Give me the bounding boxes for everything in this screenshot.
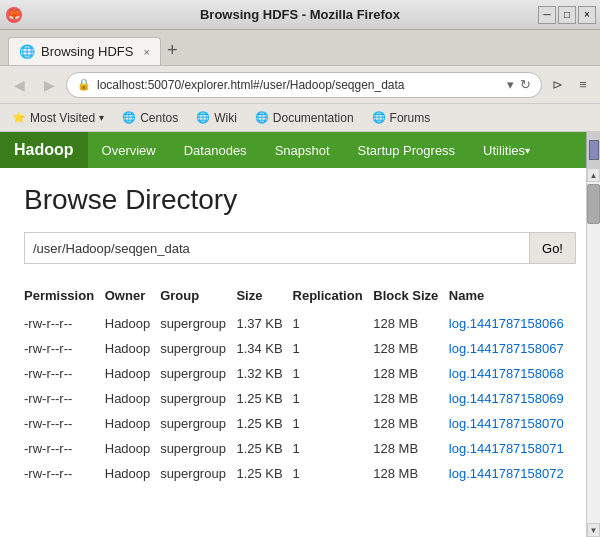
nav-datanodes[interactable]: Datanodes xyxy=(170,132,261,168)
url-display: localhost:50070/explorer.html#/user/Hado… xyxy=(97,78,501,92)
cell-size: 1.37 KB xyxy=(236,311,292,336)
tab-close-button[interactable]: × xyxy=(143,46,149,58)
cell-name[interactable]: log.1441787158071 xyxy=(449,436,576,461)
cell-permission: -rw-r--r-- xyxy=(24,411,105,436)
cell-block-size: 128 MB xyxy=(373,411,449,436)
cell-name[interactable]: log.1441787158067 xyxy=(449,336,576,361)
cell-block-size: 128 MB xyxy=(373,436,449,461)
most-visited-arrow: ▾ xyxy=(99,112,104,123)
go-button[interactable]: Go! xyxy=(529,233,575,263)
file-link[interactable]: log.1441787158067 xyxy=(449,341,564,356)
cell-permission: -rw-r--r-- xyxy=(24,436,105,461)
forward-button[interactable]: ▶ xyxy=(36,72,62,98)
centos-icon: 🌐 xyxy=(122,111,136,124)
expand-button[interactable]: ⊳ xyxy=(546,74,568,96)
bookmark-wiki[interactable]: 🌐 Wiki xyxy=(188,109,245,127)
scroll-down-arrow[interactable]: ▼ xyxy=(587,523,600,537)
cell-size: 1.25 KB xyxy=(236,411,292,436)
cell-replication: 1 xyxy=(293,436,374,461)
table-row: -rw-r--r-- Hadoop supergroup 1.25 KB 1 1… xyxy=(24,386,576,411)
forums-icon: 🌐 xyxy=(372,111,386,124)
cell-block-size: 128 MB xyxy=(373,386,449,411)
cell-size: 1.25 KB xyxy=(236,436,292,461)
col-block-size: Block Size xyxy=(373,284,449,311)
file-link[interactable]: log.1441787158070 xyxy=(449,416,564,431)
cell-permission: -rw-r--r-- xyxy=(24,386,105,411)
cell-name[interactable]: log.1441787158068 xyxy=(449,361,576,386)
scroll-thumb[interactable] xyxy=(587,184,600,224)
address-bar[interactable]: 🔒 localhost:50070/explorer.html#/user/Ha… xyxy=(66,72,542,98)
menu-button[interactable]: ≡ xyxy=(572,74,594,96)
nav-snapshot[interactable]: Snapshot xyxy=(261,132,344,168)
bookmark-centos[interactable]: 🌐 Centos xyxy=(114,109,186,127)
file-link[interactable]: log.1441787158068 xyxy=(449,366,564,381)
cell-replication: 1 xyxy=(293,311,374,336)
cell-block-size: 128 MB xyxy=(373,361,449,386)
close-window-button[interactable]: × xyxy=(578,6,596,24)
new-tab-button[interactable]: + xyxy=(167,40,178,65)
cell-replication: 1 xyxy=(293,386,374,411)
dropdown-arrow[interactable]: ▾ xyxy=(507,77,514,92)
page-content: Hadoop Overview Datanodes Snapshot Start… xyxy=(0,132,600,537)
file-link[interactable]: log.1441787158069 xyxy=(449,391,564,406)
cell-group: supergroup xyxy=(160,336,236,361)
documentation-icon: 🌐 xyxy=(255,111,269,124)
table-row: -rw-r--r-- Hadoop supergroup 1.37 KB 1 1… xyxy=(24,311,576,336)
bookmark-wiki-label: Wiki xyxy=(214,111,237,125)
path-bar: Go! xyxy=(24,232,576,264)
cell-name[interactable]: log.1441787158066 xyxy=(449,311,576,336)
tab-bar: 🌐 Browsing HDFS × + xyxy=(0,30,600,66)
bookmark-forums[interactable]: 🌐 Forums xyxy=(364,109,439,127)
bookmark-documentation-label: Documentation xyxy=(273,111,354,125)
minimize-button[interactable]: ─ xyxy=(538,6,556,24)
col-name: Name xyxy=(449,284,576,311)
file-link[interactable]: log.1441787158072 xyxy=(449,466,564,481)
col-group: Group xyxy=(160,284,236,311)
cell-replication: 1 xyxy=(293,461,374,486)
cell-block-size: 128 MB xyxy=(373,311,449,336)
cell-name[interactable]: log.1441787158069 xyxy=(449,386,576,411)
col-replication: Replication xyxy=(293,284,374,311)
tab-favicon: 🌐 xyxy=(19,44,35,59)
nav-scrollbar xyxy=(586,132,600,168)
most-visited-icon: ⭐ xyxy=(12,111,26,124)
cell-permission: -rw-r--r-- xyxy=(24,361,105,386)
maximize-button[interactable]: □ xyxy=(558,6,576,24)
path-input[interactable] xyxy=(25,233,529,263)
cell-owner: Hadoop xyxy=(105,461,160,486)
firefox-icon: 🦊 xyxy=(6,7,22,23)
cell-name[interactable]: log.1441787158072 xyxy=(449,461,576,486)
scroll-up-arrow[interactable]: ▲ xyxy=(587,168,600,182)
cell-group: supergroup xyxy=(160,311,236,336)
page-title: Browse Directory xyxy=(24,184,576,216)
bookmark-documentation[interactable]: 🌐 Documentation xyxy=(247,109,362,127)
table-row: -rw-r--r-- Hadoop supergroup 1.25 KB 1 1… xyxy=(24,411,576,436)
cell-permission: -rw-r--r-- xyxy=(24,311,105,336)
cell-permission: -rw-r--r-- xyxy=(24,461,105,486)
hadoop-nav-items: Overview Datanodes Snapshot Startup Prog… xyxy=(88,132,600,168)
tab-label: Browsing HDFS xyxy=(41,44,133,59)
file-link[interactable]: log.1441787158066 xyxy=(449,316,564,331)
cell-owner: Hadoop xyxy=(105,336,160,361)
cell-size: 1.34 KB xyxy=(236,336,292,361)
bookmark-centos-label: Centos xyxy=(140,111,178,125)
hadoop-logo: Hadoop xyxy=(0,132,88,168)
back-button[interactable]: ◀ xyxy=(6,72,32,98)
cell-name[interactable]: log.1441787158070 xyxy=(449,411,576,436)
cell-size: 1.25 KB xyxy=(236,461,292,486)
table-row: -rw-r--r-- Hadoop supergroup 1.32 KB 1 1… xyxy=(24,361,576,386)
table-row: -rw-r--r-- Hadoop supergroup 1.25 KB 1 1… xyxy=(24,436,576,461)
file-link[interactable]: log.1441787158071 xyxy=(449,441,564,456)
window-controls: ─ □ × xyxy=(538,6,596,24)
cell-group: supergroup xyxy=(160,461,236,486)
nav-utilities[interactable]: Utilities xyxy=(469,132,544,168)
nav-startup-progress[interactable]: Startup Progress xyxy=(344,132,470,168)
bookmark-most-visited[interactable]: ⭐ Most Visited ▾ xyxy=(4,109,112,127)
cell-owner: Hadoop xyxy=(105,411,160,436)
nav-overview[interactable]: Overview xyxy=(88,132,170,168)
bookmark-forums-label: Forums xyxy=(390,111,431,125)
cell-block-size: 128 MB xyxy=(373,461,449,486)
active-tab[interactable]: 🌐 Browsing HDFS × xyxy=(8,37,161,65)
refresh-button[interactable]: ↻ xyxy=(520,77,531,92)
page-scrollbar[interactable]: ▲ ▼ xyxy=(586,168,600,537)
